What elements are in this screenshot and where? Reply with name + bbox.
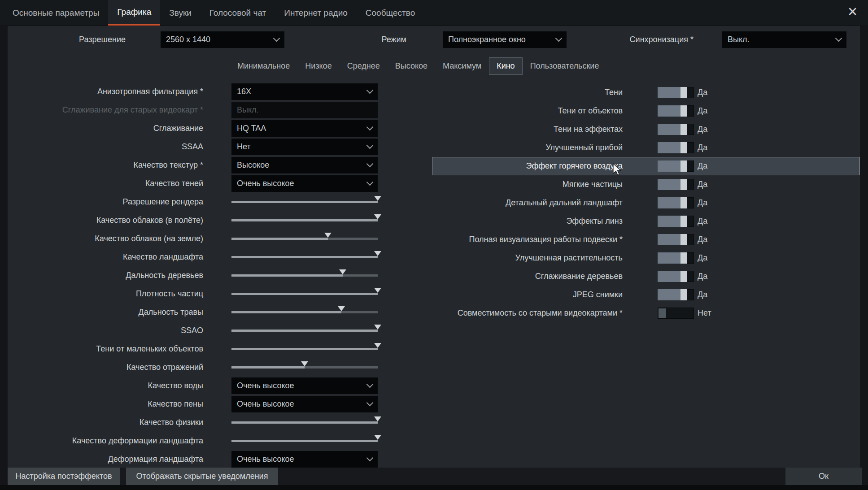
preset-tab-low[interactable]: Низкое — [297, 57, 339, 75]
toggle-fill — [658, 216, 680, 227]
setting-row-render-resolution: Разрешение рендера — [28, 193, 410, 211]
setting-label: Сглаживание — [28, 124, 203, 133]
close-icon[interactable]: × — [843, 0, 862, 26]
detailed-distant-terrain-toggle[interactable] — [658, 197, 694, 208]
preset-tab-medium[interactable]: Среднее — [340, 57, 388, 75]
window-mode-label: Режим — [339, 31, 406, 48]
preset-tab-cinema[interactable]: Кино — [489, 57, 523, 75]
setting-label: SSAA — [28, 142, 203, 152]
setting-label: Деформация ландшафта — [28, 455, 203, 464]
slider-rest — [341, 311, 378, 313]
toggle-knob — [680, 234, 687, 245]
tab-sounds[interactable]: Звуки — [160, 0, 201, 26]
setting-row-object-shadows: Тени от объектовДа — [432, 102, 860, 120]
render-resolution-slider[interactable] — [231, 193, 378, 211]
setting-label: Разрешение рендера — [28, 197, 203, 207]
chevron-down-icon — [366, 381, 374, 388]
vsync-dropdown[interactable]: Выкл. — [722, 31, 846, 48]
slider-handle-icon[interactable] — [374, 251, 381, 256]
show-hidden-notifications-button[interactable]: Отображать скрытые уведомления — [126, 468, 278, 485]
antialiasing-dropdown[interactable]: HQ TAA — [231, 120, 378, 137]
setting-row-clouds-quality-ground: Качество облаков (на земле) — [28, 230, 410, 248]
heat-haze-toggle[interactable] — [658, 160, 694, 172]
toggle-fill — [658, 179, 680, 190]
toggle-knob — [680, 252, 687, 264]
terrain-deformation-dropdown[interactable]: Очень высокое — [231, 451, 378, 468]
slider-handle-icon[interactable] — [374, 416, 381, 421]
posteffects-settings-button[interactable]: Настройка постэффектов — [8, 468, 120, 485]
setting-row-legacy-video-card-compatibility: Совместимость со старыми видеокартами *Н… — [432, 304, 860, 322]
setting-label: Полная визуализация работы подвески * — [432, 235, 623, 244]
tab-community[interactable]: Сообщество — [357, 0, 424, 26]
physics-quality-slider[interactable] — [231, 413, 378, 432]
tree-antialiasing-toggle[interactable] — [658, 271, 694, 282]
grass-distance-slider[interactable] — [231, 303, 378, 321]
slider-fill — [231, 311, 341, 313]
toggle-knob — [680, 160, 687, 172]
preset-tab-custom[interactable]: Пользовательские — [523, 57, 607, 75]
slider-fill — [231, 348, 378, 350]
jpeg-screenshots-toggle[interactable] — [658, 289, 694, 300]
preset-tab-high[interactable]: Высокое — [388, 57, 435, 75]
toggle-fill — [658, 197, 680, 208]
effect-shadows-toggle[interactable] — [658, 124, 694, 135]
resolution-dropdown[interactable]: 2560 x 1440 — [161, 31, 284, 48]
texture-quality-dropdown[interactable]: Высокое — [231, 157, 378, 173]
dropdown-value: Очень высокое — [237, 399, 294, 409]
foam-quality-dropdown[interactable]: Очень высокое — [231, 396, 378, 412]
setting-row-grass-distance: Дальность травы — [28, 303, 410, 321]
full-suspension-visualization-toggle[interactable] — [658, 234, 694, 245]
setting-row-legacy-card-antialiasing: Сглаживание для старых видеокарт *Выкл. — [28, 101, 410, 119]
dropdown-value: Выкл. — [237, 105, 259, 115]
improved-vegetation-toggle[interactable] — [658, 252, 694, 264]
setting-label: Качество облаков (в полёте) — [28, 216, 203, 225]
legacy-video-card-compatibility-toggle[interactable] — [658, 308, 694, 319]
ssao-slider[interactable] — [231, 321, 378, 340]
slider-handle-icon[interactable] — [374, 214, 381, 219]
tab-graphics[interactable]: Графика — [108, 0, 160, 26]
particle-density-slider[interactable] — [231, 285, 378, 303]
toggle-value: Да — [698, 290, 707, 299]
clouds-quality-flight-slider[interactable] — [231, 211, 378, 230]
setting-label: SSAO — [28, 326, 203, 335]
window-mode-dropdown[interactable]: Полноэкранное окно — [443, 31, 567, 48]
terrain-quality-slider[interactable] — [231, 248, 378, 266]
slider-handle-icon[interactable] — [374, 196, 381, 201]
anisotropic-filtering-dropdown[interactable]: 16X — [231, 83, 378, 100]
slider-handle-icon[interactable] — [374, 288, 381, 293]
small-object-shadows-slider[interactable] — [231, 340, 378, 358]
shadows-toggle[interactable] — [658, 87, 694, 98]
slider-handle-icon[interactable] — [339, 269, 346, 274]
tab-main-parameters[interactable]: Основные параметры — [4, 0, 108, 26]
slider-handle-icon[interactable] — [301, 361, 308, 366]
slider-handle-icon[interactable] — [374, 343, 381, 348]
tab-voice-chat[interactable]: Голосовой чат — [201, 0, 275, 26]
toggle-knob — [680, 87, 687, 98]
clouds-quality-ground-slider[interactable] — [231, 230, 378, 248]
shadow-quality-dropdown[interactable]: Очень высокое — [231, 175, 378, 192]
slider-fill — [231, 201, 378, 203]
preset-tab-maximum[interactable]: Максимум — [435, 57, 489, 75]
slider-handle-icon[interactable] — [324, 233, 331, 238]
ok-button[interactable]: Ок — [785, 468, 862, 485]
toggle-knob — [680, 124, 687, 135]
slider-handle-icon[interactable] — [374, 435, 381, 440]
preset-tab-minimal[interactable]: Минимальное — [230, 57, 297, 75]
water-quality-dropdown[interactable]: Очень высокое — [231, 377, 378, 394]
setting-row-full-suspension-visualization: Полная визуализация работы подвески *Да — [432, 230, 860, 249]
soft-particles-toggle[interactable] — [658, 179, 694, 190]
lens-effects-toggle[interactable] — [658, 216, 694, 227]
dropdown-value: 2560 x 1440 — [166, 35, 210, 44]
slider-handle-icon[interactable] — [374, 325, 381, 330]
bottom-bar: Настройка постэффектов Отображать скрыты… — [8, 468, 862, 485]
toggle-knob — [680, 105, 687, 117]
tree-distance-slider[interactable] — [231, 266, 378, 285]
reflection-quality-slider[interactable] — [231, 358, 378, 377]
slider-handle-icon[interactable] — [338, 306, 345, 311]
dropdown-value: 16X — [237, 87, 251, 96]
object-shadows-toggle[interactable] — [658, 105, 694, 117]
ssaa-dropdown[interactable]: Нет — [231, 139, 378, 155]
tab-internet-radio[interactable]: Интернет радио — [275, 0, 357, 26]
improved-surf-toggle[interactable] — [658, 142, 694, 153]
terrain-deformation-quality-slider[interactable] — [231, 432, 378, 450]
